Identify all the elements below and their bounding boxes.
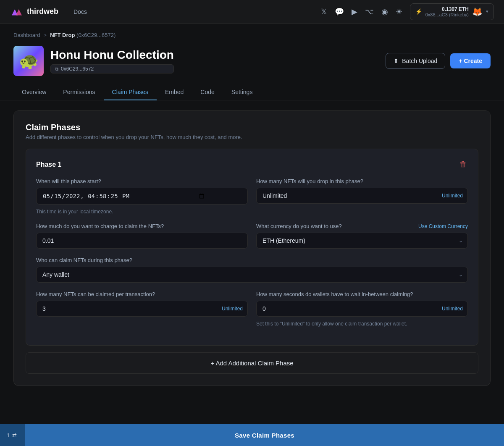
navbar-links: Docs <box>74 8 87 15</box>
logo[interactable]: thirdweb <box>10 6 58 18</box>
avatar-emoji: 🐢 <box>19 52 39 70</box>
discord-icon[interactable]: 💬 <box>335 7 344 16</box>
per-tx-group: How many NFTs can be claimed per transac… <box>36 291 248 327</box>
per-tx-badge[interactable]: Unlimited <box>222 306 243 312</box>
tab-overview[interactable]: Overview <box>13 84 55 100</box>
breadcrumb-home[interactable]: Dashboard <box>13 32 40 38</box>
phase-title: Phase 1 <box>36 161 61 168</box>
upload-icon: ⬆ <box>394 58 399 64</box>
form-row-1: When will this phase start? This time is… <box>36 178 468 215</box>
wait-time-hint: Set this to "Unlimited" to only allow on… <box>256 321 468 327</box>
tabs-bar: Overview Permissions Claim Phases Embed … <box>0 76 504 100</box>
wait-time-label: How many seconds do wallets have to wait… <box>256 291 468 297</box>
who-can-claim-group: Who can claim NFTs during this phase? An… <box>36 257 468 283</box>
phase-start-input-wrap <box>36 188 248 205</box>
phase-start-input[interactable] <box>36 188 248 205</box>
navbar: thirdweb Docs 𝕏 💬 ▶ ⌥ ◉ ☀ ⚡ 0.1307 ETH 0… <box>0 0 504 24</box>
tab-claim-phases[interactable]: Claim Phases <box>104 84 157 100</box>
nft-drop-count-group: How many NFTs will you drop in this phas… <box>256 178 468 215</box>
who-can-claim-select[interactable]: Any wallet <box>36 267 468 283</box>
nft-drop-badge[interactable]: Unlimited <box>442 193 463 199</box>
currency-group: What currency do you want to use? Use Cu… <box>256 223 468 249</box>
header-actions: ⬆ Batch Upload + Create <box>386 53 491 69</box>
main-content: Claim Phases Add different phases to con… <box>0 100 504 403</box>
footer-arrows-icon: ⇄ <box>12 432 17 438</box>
create-button[interactable]: + Create <box>450 53 491 68</box>
copy-icon: ⧉ <box>55 66 58 72</box>
nft-drop-input[interactable] <box>256 188 468 204</box>
currency-label-row: What currency do you want to use? Use Cu… <box>256 223 468 229</box>
theme-icon[interactable]: ☀ <box>396 7 402 16</box>
who-can-claim-select-wrap: Any wallet ⌄ <box>36 267 468 283</box>
docs-link[interactable]: Docs <box>74 8 87 15</box>
collection-info: 🐢 Honu Honu Collection ⧉ 0x6C29...6572 <box>13 46 174 76</box>
per-tx-input-wrap: Unlimited <box>36 301 248 317</box>
breadcrumb-separator: > <box>44 32 47 38</box>
wallet-button[interactable]: ⚡ 0.1307 ETH 0x86...aC3 (Rinkeby) 🦊 ▾ <box>410 3 494 20</box>
wait-time-group: How many seconds do wallets have to wait… <box>256 291 468 327</box>
wait-time-input-wrap: Unlimited <box>256 301 468 317</box>
collection-details: Honu Honu Collection ⧉ 0x6C29...6572 <box>50 48 174 73</box>
github-icon[interactable]: ⌥ <box>365 7 374 16</box>
contract-address: 0x6C29...6572 <box>61 66 94 72</box>
page-header: 🐢 Honu Honu Collection ⧉ 0x6C29...6572 ⬆… <box>0 42 504 76</box>
per-tx-input[interactable] <box>36 301 248 317</box>
logo-text: thirdweb <box>27 7 58 16</box>
tab-code[interactable]: Code <box>192 84 223 100</box>
charge-input[interactable] <box>36 233 248 249</box>
wallet-address: 0x86...aC3 (Rinkeby) <box>425 12 469 17</box>
who-can-claim-label: Who can claim NFTs during this phase? <box>36 257 468 263</box>
contract-address-badge[interactable]: ⧉ 0x6C29...6572 <box>50 64 174 73</box>
charge-group: How much do you want to charge to claim … <box>36 223 248 249</box>
claim-phases-section: Claim Phases Add different phases to con… <box>13 110 491 386</box>
footer-phase-badge: 1 ⇄ <box>0 424 25 446</box>
footer-phase-number: 1 <box>7 432 10 438</box>
per-tx-label: How many NFTs can be claimed per transac… <box>36 291 248 297</box>
navbar-icons: 𝕏 💬 ▶ ⌥ ◉ ☀ ⚡ 0.1307 ETH 0x86...aC3 (Rin… <box>321 3 494 20</box>
custom-currency-link[interactable]: Use Custom Currency <box>418 223 468 229</box>
wait-time-badge[interactable]: Unlimited <box>442 306 463 312</box>
collection-title: Honu Honu Collection <box>50 48 174 62</box>
tab-permissions[interactable]: Permissions <box>55 84 103 100</box>
save-claim-phases-button[interactable]: Save Claim Phases <box>25 424 504 446</box>
phase-start-group: When will this phase start? This time is… <box>36 178 248 215</box>
breadcrumb-current-page: NFT Drop (0x6C29...6572) <box>50 32 116 38</box>
tab-settings[interactable]: Settings <box>223 84 261 100</box>
currency-select[interactable]: ETH (Ethereum) <box>256 233 468 249</box>
add-phase-button[interactable]: + Add Additional Claim Phase <box>26 352 478 374</box>
nft-drop-input-wrap: Unlimited <box>256 188 468 204</box>
metamask-fox-icon: 🦊 <box>472 7 483 17</box>
charge-label: How much do you want to charge to claim … <box>36 223 248 229</box>
portal-icon[interactable]: ◉ <box>381 7 388 16</box>
section-title: Claim Phases <box>26 123 478 132</box>
wallet-chevron-icon: ▾ <box>486 9 488 14</box>
footer-bar: 1 ⇄ Save Claim Phases <box>0 424 504 446</box>
batch-upload-button[interactable]: ⬆ Batch Upload <box>386 53 445 69</box>
tab-embed[interactable]: Embed <box>157 84 192 100</box>
wallet-eth-info: 0.1307 ETH 0x86...aC3 (Rinkeby) <box>425 6 469 17</box>
form-row-4: How many NFTs can be claimed per transac… <box>36 291 468 327</box>
currency-select-wrap: ETH (Ethereum) ⌄ <box>256 233 468 249</box>
phase-header: Phase 1 🗑 <box>36 159 468 170</box>
wallet-amount: 0.1307 ETH <box>442 6 469 12</box>
wallet-lightning-icon: ⚡ <box>415 8 422 15</box>
form-row-3: Who can claim NFTs during this phase? An… <box>36 257 468 283</box>
collection-avatar: 🐢 <box>13 46 44 76</box>
youtube-icon[interactable]: ▶ <box>352 7 357 16</box>
breadcrumb: Dashboard > NFT Drop (0x6C29...6572) <box>0 24 504 42</box>
section-subtitle: Add different phases to control when you… <box>26 134 478 140</box>
phase-1-card: Phase 1 🗑 When will this phase start? Th… <box>26 149 478 346</box>
nft-drop-label: How many NFTs will you drop in this phas… <box>256 178 468 184</box>
currency-label: What currency do you want to use? <box>256 223 342 229</box>
trash-icon: 🗑 <box>459 160 467 168</box>
twitter-icon[interactable]: 𝕏 <box>321 7 327 16</box>
phase-start-hint: This time is in your local timezone. <box>36 209 248 215</box>
wait-time-input[interactable] <box>256 301 468 317</box>
phase-start-label: When will this phase start? <box>36 178 248 184</box>
form-row-2: How much do you want to charge to claim … <box>36 223 468 249</box>
delete-phase-button[interactable]: 🗑 <box>459 159 468 170</box>
